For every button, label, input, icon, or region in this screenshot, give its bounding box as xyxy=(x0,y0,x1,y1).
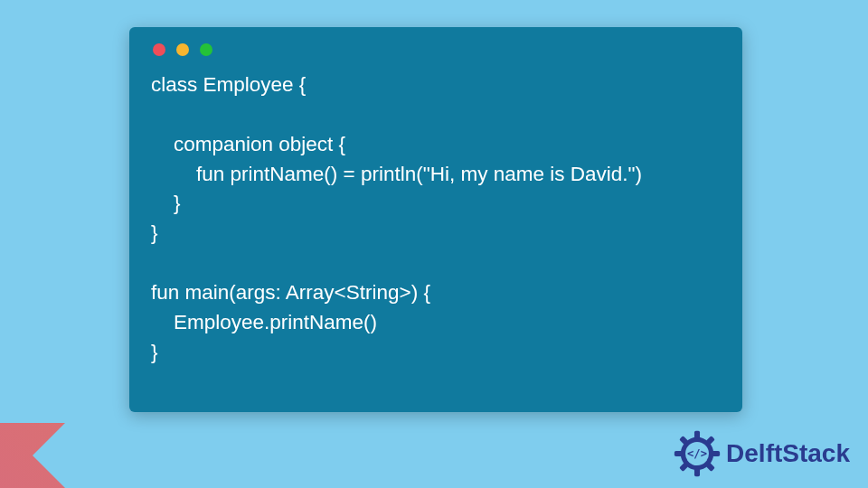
delftstack-brand: </> DelftStack xyxy=(674,430,850,477)
code-snippet: class Employee { companion object { fun … xyxy=(151,70,721,367)
svg-text:</>: </> xyxy=(687,447,707,460)
close-icon xyxy=(153,43,165,56)
kotlin-logo-icon xyxy=(0,423,65,488)
brand-name: DelftStack xyxy=(726,439,850,468)
svg-rect-3 xyxy=(694,468,700,476)
code-window: class Employee { companion object { fun … xyxy=(129,27,742,412)
window-traffic-lights xyxy=(151,43,721,56)
gear-code-icon: </> xyxy=(674,430,721,477)
maximize-icon xyxy=(200,43,212,56)
svg-rect-5 xyxy=(712,451,721,456)
minimize-icon xyxy=(176,43,189,56)
svg-rect-4 xyxy=(675,451,683,456)
svg-rect-2 xyxy=(694,431,700,439)
svg-marker-0 xyxy=(0,423,65,488)
